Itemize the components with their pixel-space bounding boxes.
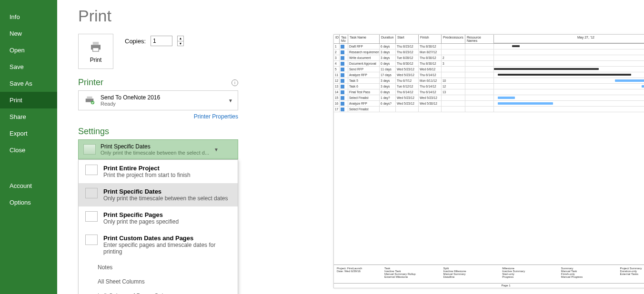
table-row: 11Analyze RFP17 daysWed 5/23/12Thu 6/14/…	[334, 72, 644, 78]
timescale-icon	[83, 144, 96, 155]
pv-columns: ID Tas Mo Task Name Duration Start Finis…	[334, 35, 644, 44]
legend-item: Manual Progress	[561, 275, 616, 278]
printer-properties-link[interactable]: Printer Properties	[78, 113, 238, 120]
calendar-icon	[85, 188, 98, 198]
dd-left-column-pages[interactable]: Left Column of Pages Only	[79, 289, 238, 294]
settings-selected-title: Print Specific Dates	[101, 143, 209, 150]
settings-dropdown: Print Entire Project Print the project f…	[78, 159, 238, 294]
printer-name: Send To OneNote 2016	[101, 94, 223, 101]
print-button-label: Print	[90, 57, 102, 63]
printer-selector[interactable]: Send To OneNote 2016 Ready ▼	[78, 90, 238, 110]
table-row: 4Document Approval0 daysThu 8/30/12Thu 8…	[334, 61, 644, 67]
table-row: 3Write document3 daysTue 8/28/12Thu 8/30…	[334, 55, 644, 61]
printer-ready-icon	[83, 95, 96, 106]
col-duration: Duration	[380, 35, 396, 43]
dd-title: Print Specific Dates	[103, 188, 228, 195]
svg-rect-1	[93, 42, 99, 45]
printer-status: Ready	[101, 101, 223, 107]
legend-item: External Milestone	[384, 275, 440, 278]
table-row: 12Task 53 daysThu 6/7/12Mon 6/11/1210	[334, 78, 644, 84]
sidebar-item-save[interactable]: Save	[0, 59, 57, 75]
sidebar-item-close[interactable]: Close	[0, 142, 57, 158]
col-predecessors: Predecessors	[442, 35, 465, 43]
spin-down-icon[interactable]: ▼	[178, 41, 183, 46]
page-number: Page 1	[334, 283, 644, 287]
dd-sub: Enter specific pages and timescale dates…	[103, 242, 231, 255]
table-row: 17Select Finalist	[334, 107, 644, 112]
dd-sub: Only print the pages specified	[103, 218, 179, 225]
svg-rect-2	[93, 48, 99, 52]
col-start: Start	[396, 35, 419, 43]
sidebar-item-export[interactable]: Export	[0, 125, 57, 142]
sidebar-item-new[interactable]: New	[0, 25, 57, 42]
sidebar-item-open[interactable]: Open	[0, 42, 57, 59]
page-title: Print	[78, 7, 630, 25]
col-id: ID	[334, 35, 340, 43]
timescale-label: May 27, '12	[494, 35, 644, 43]
settings-heading: Settings	[78, 127, 109, 137]
print-preview: ID Tas Mo Task Name Duration Start Finis…	[333, 34, 644, 288]
date-label: Date: Wed 6/29/16	[337, 270, 384, 273]
dd-title: Print Entire Project	[103, 165, 191, 172]
copies-spinner[interactable]: ▲▼	[177, 36, 184, 46]
table-row: 15Select Finalist1 day?Wed 5/23/12Wed 5/…	[334, 95, 644, 101]
print-button[interactable]: Print	[78, 34, 113, 69]
project-icon	[85, 165, 98, 175]
settings-selector[interactable]: Print Specific Dates Only print the time…	[78, 139, 238, 159]
sidebar-item-saveas[interactable]: Save As	[0, 75, 57, 92]
dd-print-entire-project[interactable]: Print Entire Project Print the project f…	[79, 160, 238, 183]
legend-item: External Tasks	[620, 273, 644, 275]
table-row: 1Draft RFP6 daysThu 8/23/12Thu 8/30/12	[334, 44, 644, 49]
svg-rect-4	[87, 97, 92, 99]
sidebar-item-account[interactable]: Account	[0, 177, 57, 194]
pages-icon	[85, 211, 98, 222]
table-row: 14Final Test Pass0 daysThu 6/14/12Thu 6/…	[334, 89, 644, 95]
table-row: 2Research requirements3 daysThu 8/23/12M…	[334, 49, 644, 55]
backstage-sidebar: Info New Open Save Save As Print Share E…	[0, 0, 57, 294]
dd-title: Print Custom Dates and Pages	[103, 235, 231, 242]
main-panel: Print Print Copies: ▲▼ Printer i Send To…	[57, 0, 644, 294]
custom-icon	[85, 235, 98, 245]
table-row: 16Analyze RFP6 days?Wed 5/23/12Wed 5/30/…	[334, 101, 644, 107]
col-taskmode: Tas Mo	[340, 35, 348, 43]
dd-print-custom-dates-pages[interactable]: Print Custom Dates and Pages Enter speci…	[79, 230, 238, 260]
col-name: Task Name	[348, 35, 380, 43]
sidebar-item-options[interactable]: Options	[0, 194, 57, 211]
dd-all-sheet-columns[interactable]: All Sheet Columns	[79, 274, 238, 289]
dd-print-specific-dates[interactable]: Print Specific Dates Only print the time…	[79, 183, 238, 206]
legend-item: Deadline	[443, 275, 499, 278]
printer-heading: Printer	[78, 78, 103, 88]
dd-title: Print Specific Pages	[103, 211, 179, 218]
sidebar-item-share[interactable]: Share	[0, 108, 57, 125]
dd-sub: Only print the timescale between the sel…	[103, 195, 228, 202]
printer-icon	[88, 39, 104, 54]
col-finish: Finish	[419, 35, 442, 43]
sidebar-item-print[interactable]: Print	[0, 92, 57, 108]
copies-label: Copies:	[125, 38, 146, 45]
info-icon[interactable]: i	[231, 79, 238, 86]
copies-input[interactable]	[151, 36, 172, 46]
settings-selected-sub: Only print the timescale between the sel…	[101, 150, 209, 156]
dd-print-specific-pages[interactable]: Print Specific Pages Only print the page…	[79, 206, 238, 230]
chevron-down-icon: ▼	[228, 98, 233, 103]
spin-up-icon[interactable]: ▲	[178, 36, 183, 41]
col-resources: Resource Names	[465, 35, 494, 43]
pv-legend: Project: FirstLaunch Date: Wed 6/29/16 T…	[334, 265, 644, 280]
table-row: 5Send RFP11 daysWed 5/23/12Wed 6/6/12	[334, 67, 644, 72]
sidebar-item-info[interactable]: Info	[0, 9, 57, 25]
legend-item: Progress	[502, 275, 557, 278]
dd-notes[interactable]: Notes	[79, 260, 238, 274]
dd-sub: Print the project from start to finish	[103, 172, 191, 178]
table-row: 13Task 63 daysTue 6/12/12Thu 6/14/1212	[334, 84, 644, 89]
chevron-down-icon: ▼	[214, 147, 219, 152]
